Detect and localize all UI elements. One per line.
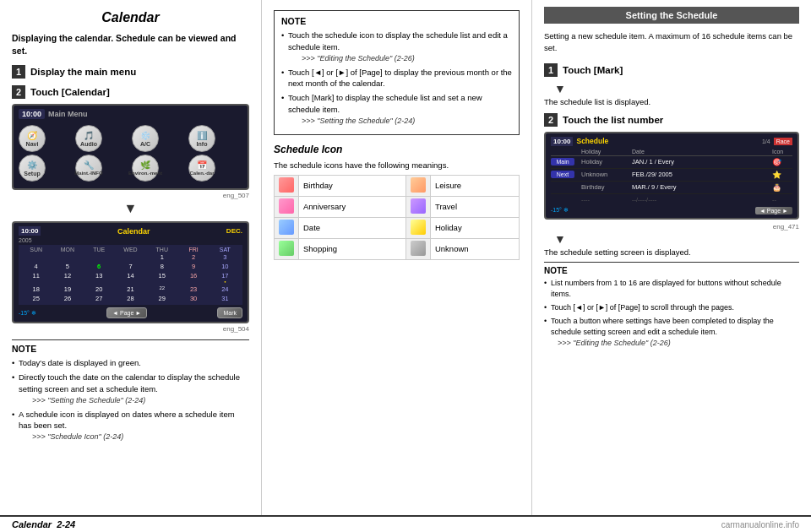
- right-arrow-1: ▼: [554, 82, 799, 95]
- birthday-icon-cell: [275, 175, 299, 196]
- cal-month: DEC.: [226, 227, 242, 235]
- right-note-3: Touch a button where settings have been …: [544, 316, 799, 349]
- travel-icon-cell: [406, 196, 430, 217]
- menu-setup: ⚙️Setup: [19, 155, 46, 182]
- sched-date-1: JAN./ 1 / Every: [632, 158, 772, 166]
- sched-holiday-4: ----: [581, 196, 632, 204]
- schedule-icon-table: Birthday Leisure Anniversary Travel Date…: [274, 175, 520, 260]
- unknown-icon-cell: [406, 238, 430, 259]
- mid-note-3: Touch [Mark] to display the schedule lis…: [281, 92, 512, 127]
- leisure-icon-cell: [406, 175, 430, 196]
- screen1-time: 10:00: [19, 109, 45, 119]
- mark-btn[interactable]: Mark: [217, 307, 242, 318]
- unknown-icon: [411, 241, 426, 256]
- sched-holiday-1: Holiday: [581, 158, 632, 166]
- holiday-label: Holiday: [430, 217, 519, 238]
- cal-week-5: 25262728293031: [20, 294, 241, 303]
- step2-number: 2: [12, 85, 25, 99]
- sched-page-controls: -15° ❄ ◄ Page ►: [551, 207, 792, 214]
- right-note-title: NOTE: [544, 266, 799, 275]
- holiday-icon-cell: [406, 217, 430, 238]
- holiday-icon: [411, 220, 426, 235]
- menu-grid: 🧭Navi 🎵Audio ❄️A/C ℹ️Info ⚙️Setup 🔧Maint…: [19, 122, 242, 185]
- anniversary-icon-cell: [275, 196, 299, 217]
- icon-row-birthday: Birthday Leisure: [275, 175, 520, 196]
- step2-title: Touch [Calendar]: [30, 87, 110, 97]
- right-step2-header: 2 Touch the list number: [544, 113, 799, 127]
- mid-note-box: NOTE Touch the schedule icon to display …: [274, 10, 520, 135]
- cal-week-3: 11121314151617: [20, 271, 241, 285]
- sched-title: Schedule: [576, 137, 608, 145]
- menu-navi: 🧭Navi: [19, 125, 46, 152]
- mid-note-2: Touch [◄] or [►] of [Page] to display th…: [281, 67, 512, 90]
- sched-col-headers: Holiday Date Icon: [551, 148, 792, 156]
- right-step1-num: 1: [544, 63, 558, 77]
- page-btn[interactable]: ◄ Page ►: [106, 307, 147, 318]
- schedule-screen: 10:00 Schedule 1/4 Race Holiday Date Ico…: [544, 132, 799, 220]
- right-note-1: List numbers from 1 to 16 are displayed …: [544, 278, 799, 300]
- right-arrow-2: ▼: [554, 232, 799, 246]
- anniversary-label: Anniversary: [299, 196, 406, 217]
- cal-temp: -15° ❄: [19, 310, 36, 317]
- arrow-down-1: ▼: [12, 201, 249, 216]
- step1-number: 1: [12, 65, 25, 79]
- sched-eng-label: eng_471: [544, 223, 799, 231]
- step1-title: Display the main menu: [30, 67, 136, 77]
- cal-title: Calendar: [117, 227, 150, 236]
- travel-label: Travel: [430, 196, 519, 217]
- screen1-title: Main Menu: [48, 110, 88, 118]
- sched-next-btn[interactable]: Next: [551, 171, 574, 178]
- left-note-3: A schedule icon is displayed on dates wh…: [12, 409, 249, 443]
- birthday-label: Birthday: [299, 175, 406, 196]
- sched-holiday-3: Birthday: [581, 183, 632, 191]
- right-step2-desc: The schedule setting screen is displayed…: [544, 247, 799, 257]
- sched-row-2: Next Unknown FEB./29/ 2005 ⭐: [551, 169, 792, 182]
- sched-row-1: Main Holiday JAN./ 1 / Every 🎯: [551, 156, 792, 169]
- leisure-icon: [411, 177, 426, 193]
- sched-date-3: MAR./ 9 / Every: [632, 183, 772, 191]
- date-icon-cell: [275, 217, 299, 238]
- cal-week-1: 123: [20, 252, 241, 262]
- menu-calendar: 📅Calen.·dar: [188, 155, 215, 182]
- shopping-label: Shopping: [299, 238, 406, 259]
- sched-page-btn[interactable]: ◄ Page ►: [755, 207, 792, 214]
- sched-icon-3: 🎂: [772, 183, 792, 192]
- footer-section: Calendar 2-24: [12, 519, 75, 529]
- sched-temp: -15° ❄: [551, 207, 569, 214]
- cal-days-header: SUNMONTUEWEDTHUFRISAT: [20, 247, 241, 252]
- left-column: Calendar Displaying the calendar. Schedu…: [0, 0, 262, 515]
- schedule-icon-intro: The schedule icons have the following me…: [274, 160, 520, 170]
- left-note-2: Directly touch the date on the calendar …: [12, 372, 249, 406]
- cal-controls: -15° ❄ ◄ Page ► Mark: [19, 307, 242, 318]
- icon-row-shopping: Shopping Unknown: [275, 238, 520, 259]
- left-note-title: NOTE: [12, 344, 249, 354]
- screen2-eng-label: eng_504: [12, 325, 249, 333]
- date-icon: [279, 220, 294, 235]
- birthday-icon: [279, 177, 294, 193]
- mid-note-1: Touch the schedule icon to display the s…: [281, 30, 512, 64]
- cal-year: 2005: [19, 237, 242, 243]
- menu-info: ℹ️Info: [188, 125, 215, 152]
- right-step1-title: Touch [Mark]: [563, 65, 623, 75]
- left-note: NOTE Today's date is displayed in green.…: [12, 339, 249, 442]
- right-note: NOTE List numbers from 1 to 16 are displ…: [544, 262, 799, 349]
- calendar-screen: 10:00 Calendar DEC. 2005 SUNMONTUEWEDTHU…: [12, 221, 249, 323]
- cal-time: 10:00: [19, 226, 41, 236]
- sched-row-3: Birthday MAR./ 9 / Every 🎂: [551, 182, 792, 194]
- menu-audio: 🎵Audio: [75, 125, 102, 152]
- right-note-2: Touch [◄] or [►] of [Page] to scroll thr…: [544, 302, 799, 313]
- sched-time: 10:00: [551, 137, 573, 146]
- anniversary-icon: [279, 198, 294, 214]
- step1-header: 1 Display the main menu: [12, 65, 249, 79]
- cal-week-2: 45678910: [20, 262, 241, 271]
- mid-note-sub2: >>> "Setting the Schedule" (2-24): [288, 116, 512, 127]
- left-note-sub2: >>> "Schedule Icon" (2-24): [19, 432, 249, 442]
- right-step2-title: Touch the list number: [563, 115, 663, 125]
- sched-icon-2: ⭐: [772, 171, 792, 179]
- sched-main-btn[interactable]: Main: [551, 158, 574, 166]
- sched-holiday-2: Unknown: [581, 171, 632, 178]
- page-title: Calendar: [12, 10, 249, 25]
- menu-maint: 🔧Maint.·INFO: [75, 155, 102, 182]
- shopping-icon-cell: [275, 238, 299, 259]
- right-step2-num: 2: [544, 113, 558, 127]
